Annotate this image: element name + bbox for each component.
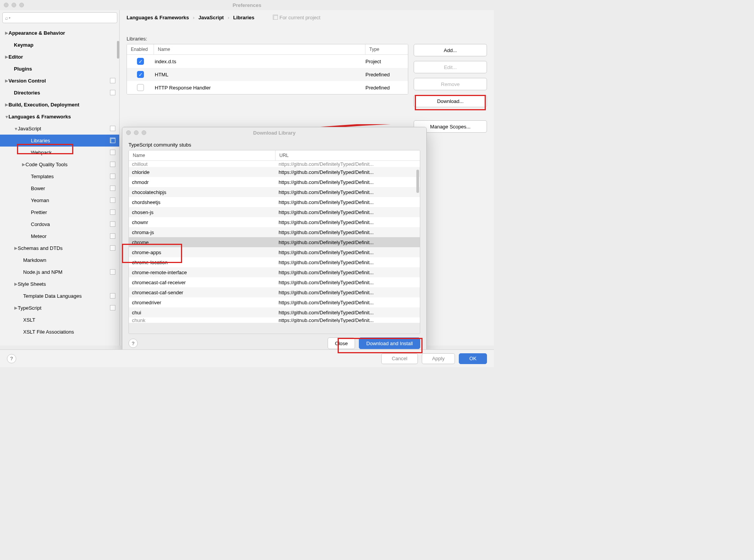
sidebar-item[interactable]: Cordova xyxy=(0,218,119,230)
sidebar-item[interactable]: ▼Languages & Frameworks xyxy=(0,111,119,123)
help-button[interactable]: ? xyxy=(7,354,16,363)
stub-row[interactable]: chownrhttps://github.com/DefinitelyTyped… xyxy=(129,217,420,227)
libraries-label: Libraries: xyxy=(127,36,487,42)
sidebar-item[interactable]: Webpack xyxy=(0,147,119,159)
breadcrumb: Languages & Frameworks › JavaScript › Li… xyxy=(127,15,487,20)
copy-icon xyxy=(111,174,115,179)
sidebar-item[interactable]: ▶Version Control xyxy=(0,75,119,87)
stub-row[interactable]: chmodrhttps://github.com/DefinitelyTyped… xyxy=(129,177,420,187)
ok-button[interactable]: OK xyxy=(459,353,487,364)
stub-url: https://github.com/DefinitelyTyped/Defin… xyxy=(276,169,420,175)
stub-row[interactable]: chunknttps://gitnub.com/DefinitelyTyped/… xyxy=(129,317,420,323)
col-name[interactable]: Name xyxy=(129,150,276,160)
help-button[interactable]: ? xyxy=(128,339,138,348)
current-project-hint: For current project xyxy=(274,15,320,20)
stub-name: chrome xyxy=(129,240,276,245)
library-row[interactable]: ✓HTMLPredefined xyxy=(127,68,408,81)
stub-row[interactable]: chosen-jshttps://github.com/DefinitelyTy… xyxy=(129,207,420,217)
stub-row[interactable]: chromehttps://github.com/DefinitelyTyped… xyxy=(129,237,420,247)
col-url[interactable]: URL xyxy=(276,150,420,160)
sidebar-item[interactable]: ▼JavaScript xyxy=(0,123,119,135)
sidebar-item-label: Plugins xyxy=(14,66,115,72)
sidebar-item[interactable]: XSLT File Associations xyxy=(0,326,119,338)
stub-name: chocolatechipjs xyxy=(129,189,276,195)
library-row[interactable]: ✓index.d.tsProject xyxy=(127,55,408,68)
stub-name: chroma-js xyxy=(129,229,276,235)
search-input[interactable]: ⌕▾ xyxy=(2,12,117,23)
sidebar-item[interactable]: Template Data Languages xyxy=(0,290,119,302)
sidebar-item-label: Yeoman xyxy=(31,197,111,203)
copy-icon xyxy=(111,222,115,227)
sidebar-item[interactable]: ▶Schemas and DTDs xyxy=(0,242,119,254)
stub-row[interactable]: chromecast-caf-senderhttps://github.com/… xyxy=(129,287,420,297)
stub-row[interactable]: chromedriverhttps://github.com/Definitel… xyxy=(129,297,420,307)
sidebar-item-label: XSLT File Associations xyxy=(23,329,115,335)
download-button[interactable]: Download... xyxy=(414,95,487,107)
add-button[interactable]: Add... xyxy=(414,44,487,56)
sidebar-item-label: Version Control xyxy=(8,78,111,84)
dialog-scrollbar[interactable] xyxy=(416,170,419,193)
stub-row[interactable]: chrome-appshttps://github.com/Definitely… xyxy=(129,247,420,257)
col-enabled[interactable]: Enabled xyxy=(127,44,154,54)
sidebar-item[interactable]: Templates xyxy=(0,170,119,182)
expand-arrow-icon: ▼ xyxy=(14,127,18,131)
stub-row[interactable]: chrome-remote-interfacehttps://github.co… xyxy=(129,267,420,277)
stub-url: https://github.com/DefinitelyTyped/Defin… xyxy=(276,209,420,215)
sidebar-item[interactable]: ▶Code Quality Tools xyxy=(0,159,119,170)
breadcrumb-item[interactable]: JavaScript xyxy=(198,15,224,20)
stub-url: https://github.com/DefinitelyTyped/Defin… xyxy=(276,250,420,255)
col-type[interactable]: Type xyxy=(365,44,408,54)
copy-icon xyxy=(111,162,115,167)
enabled-checkbox[interactable]: ✓ xyxy=(137,58,144,65)
sidebar-item[interactable]: Bower xyxy=(0,182,119,194)
enabled-checkbox[interactable] xyxy=(137,84,144,91)
sidebar-item[interactable]: Prettier xyxy=(0,206,119,218)
close-button[interactable]: Close xyxy=(328,337,355,349)
stub-name: chui xyxy=(129,310,276,315)
sidebar-item[interactable]: Meteor xyxy=(0,230,119,242)
sidebar-item-label: TypeScript xyxy=(18,305,111,311)
stub-name: chillout xyxy=(129,161,276,167)
sidebar-item[interactable]: Yeoman xyxy=(0,194,119,206)
sidebar-item[interactable]: ▶Style Sheets xyxy=(0,278,119,290)
stub-name: chordsheetjs xyxy=(129,199,276,205)
stub-row[interactable]: chordsheetjshttps://github.com/Definitel… xyxy=(129,197,420,207)
stub-url: https://github.com/DefinitelyTyped/Defin… xyxy=(276,179,420,185)
stub-row[interactable]: chilloutnttps://gitnub.com/DefinitelyTyp… xyxy=(129,161,420,167)
copy-icon xyxy=(111,138,115,143)
cancel-button[interactable]: Cancel xyxy=(381,353,418,364)
sidebar-scrollbar[interactable] xyxy=(117,41,119,59)
sidebar-item[interactable]: ▶TypeScript xyxy=(0,302,119,314)
stub-row[interactable]: chroma-jshttps://github.com/DefinitelyTy… xyxy=(129,227,420,237)
copy-icon xyxy=(111,210,115,215)
library-name: HTML xyxy=(154,72,365,78)
stub-row[interactable]: chuihttps://github.com/DefinitelyTyped/D… xyxy=(129,307,420,317)
library-row[interactable]: HTTP Response HandlerPredefined xyxy=(127,81,408,94)
sidebar-item[interactable]: Plugins xyxy=(0,63,119,75)
stub-row[interactable]: chromecast-caf-receiverhttps://github.co… xyxy=(129,277,420,287)
sidebar-item[interactable]: Keymap xyxy=(0,39,119,51)
sidebar-item[interactable]: ▶Build, Execution, Deployment xyxy=(0,99,119,111)
enabled-checkbox[interactable]: ✓ xyxy=(137,71,144,78)
sidebar-item[interactable]: Node.js and NPM xyxy=(0,266,119,278)
stub-row[interactable]: chloridehttps://github.com/DefinitelyTyp… xyxy=(129,167,420,177)
apply-button[interactable]: Apply xyxy=(422,353,455,364)
sidebar-item[interactable]: ▶Appearance & Behavior xyxy=(0,27,119,39)
library-type: Predefined xyxy=(365,85,408,91)
stub-row[interactable]: chocolatechipjshttps://github.com/Defini… xyxy=(129,187,420,197)
stub-url: https://github.com/DefinitelyTyped/Defin… xyxy=(276,260,420,265)
sidebar-item[interactable]: XSLT xyxy=(0,314,119,326)
sidebar-item[interactable]: Markdown xyxy=(0,254,119,266)
stub-url: nttps://gitnub.com/DefinitelyTyped/Defin… xyxy=(276,317,420,323)
sidebar-item[interactable]: Libraries xyxy=(0,135,119,147)
download-install-button[interactable]: Download and Install xyxy=(359,337,420,349)
expand-arrow-icon: ▶ xyxy=(5,54,8,59)
breadcrumb-item[interactable]: Languages & Frameworks xyxy=(127,15,189,20)
col-name[interactable]: Name xyxy=(154,44,365,54)
dialog-footer: ? Cancel Apply OK xyxy=(0,349,494,367)
sidebar-item[interactable]: ▶Editor xyxy=(0,51,119,63)
sidebar-item[interactable]: Directories xyxy=(0,87,119,99)
stub-row[interactable]: chrome-locationhttps://github.com/Defini… xyxy=(129,257,420,267)
search-icon: ⌕ xyxy=(5,15,8,21)
expand-arrow-icon: ▶ xyxy=(5,102,8,107)
